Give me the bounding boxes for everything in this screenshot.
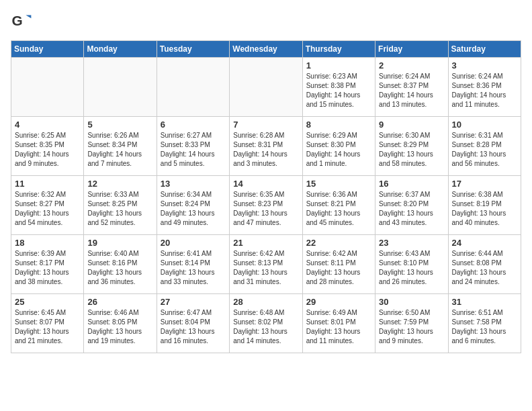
day-number: 1: [306, 60, 371, 71]
calendar-cell: 13Sunrise: 6:34 AM Sunset: 8:24 PM Dayli…: [157, 176, 229, 235]
day-info: Sunrise: 6:33 AM Sunset: 8:25 PM Dayligh…: [87, 190, 152, 228]
svg-marker-1: [26, 15, 31, 18]
day-number: 30: [379, 297, 444, 307]
calendar-week-3: 11Sunrise: 6:32 AM Sunset: 8:27 PM Dayli…: [11, 176, 521, 235]
logo-icon: G: [11, 11, 32, 32]
day-number: 4: [15, 120, 80, 130]
calendar-cell: 16Sunrise: 6:37 AM Sunset: 8:20 PM Dayli…: [375, 176, 448, 235]
svg-text:G: G: [12, 13, 23, 28]
calendar-cell: 8Sunrise: 6:29 AM Sunset: 8:30 PM Daylig…: [302, 117, 375, 176]
calendar-cell: 15Sunrise: 6:36 AM Sunset: 8:21 PM Dayli…: [302, 176, 375, 235]
calendar-header-row: SundayMondayTuesdayWednesdayThursdayFrid…: [11, 41, 521, 58]
day-number: 5: [87, 120, 152, 130]
day-info: Sunrise: 6:29 AM Sunset: 8:30 PM Dayligh…: [306, 131, 371, 169]
day-number: 11: [15, 179, 80, 189]
calendar-cell: 19Sunrise: 6:40 AM Sunset: 8:16 PM Dayli…: [84, 235, 157, 294]
day-number: 9: [379, 120, 444, 130]
day-number: 27: [161, 297, 226, 307]
calendar-cell: 10Sunrise: 6:31 AM Sunset: 8:28 PM Dayli…: [448, 117, 521, 176]
calendar-cell: 23Sunrise: 6:43 AM Sunset: 8:10 PM Dayli…: [375, 235, 448, 294]
weekday-header-friday: Friday: [375, 41, 448, 58]
day-number: 19: [87, 238, 152, 248]
logo: G: [11, 11, 35, 32]
calendar-cell: [230, 58, 302, 117]
day-number: 23: [379, 238, 444, 248]
calendar-cell: 6Sunrise: 6:27 AM Sunset: 8:33 PM Daylig…: [157, 117, 229, 176]
calendar-cell: 29Sunrise: 6:49 AM Sunset: 8:01 PM Dayli…: [302, 294, 375, 353]
day-info: Sunrise: 6:42 AM Sunset: 8:13 PM Dayligh…: [233, 249, 298, 287]
day-info: Sunrise: 6:41 AM Sunset: 8:14 PM Dayligh…: [161, 249, 226, 287]
calendar-cell: 25Sunrise: 6:45 AM Sunset: 8:07 PM Dayli…: [11, 294, 84, 353]
calendar-cell: 26Sunrise: 6:46 AM Sunset: 8:05 PM Dayli…: [84, 294, 157, 353]
weekday-header-wednesday: Wednesday: [230, 41, 302, 58]
calendar-cell: 2Sunrise: 6:24 AM Sunset: 8:37 PM Daylig…: [375, 58, 448, 117]
day-info: Sunrise: 6:39 AM Sunset: 8:17 PM Dayligh…: [15, 249, 80, 287]
calendar-week-5: 25Sunrise: 6:45 AM Sunset: 8:07 PM Dayli…: [11, 294, 521, 353]
day-info: Sunrise: 6:25 AM Sunset: 8:35 PM Dayligh…: [15, 131, 80, 169]
day-info: Sunrise: 6:26 AM Sunset: 8:34 PM Dayligh…: [87, 131, 152, 169]
calendar-cell: 1Sunrise: 6:23 AM Sunset: 8:38 PM Daylig…: [302, 58, 375, 117]
day-info: Sunrise: 6:37 AM Sunset: 8:20 PM Dayligh…: [379, 190, 444, 228]
calendar-cell: 9Sunrise: 6:30 AM Sunset: 8:29 PM Daylig…: [375, 117, 448, 176]
day-number: 28: [233, 297, 298, 307]
day-number: 25: [15, 297, 80, 307]
calendar-cell: 14Sunrise: 6:35 AM Sunset: 8:23 PM Dayli…: [230, 176, 302, 235]
calendar-cell: 30Sunrise: 6:50 AM Sunset: 7:59 PM Dayli…: [375, 294, 448, 353]
weekday-header-thursday: Thursday: [302, 41, 375, 58]
calendar-cell: [157, 58, 229, 117]
day-info: Sunrise: 6:42 AM Sunset: 8:11 PM Dayligh…: [306, 249, 371, 287]
day-info: Sunrise: 6:24 AM Sunset: 8:36 PM Dayligh…: [452, 72, 517, 109]
day-info: Sunrise: 6:34 AM Sunset: 8:24 PM Dayligh…: [161, 190, 226, 228]
day-number: 22: [306, 238, 371, 248]
weekday-header-sunday: Sunday: [11, 41, 84, 58]
calendar-cell: 21Sunrise: 6:42 AM Sunset: 8:13 PM Dayli…: [230, 235, 302, 294]
calendar-cell: 17Sunrise: 6:38 AM Sunset: 8:19 PM Dayli…: [448, 176, 521, 235]
day-number: 12: [87, 179, 152, 189]
day-info: Sunrise: 6:31 AM Sunset: 8:28 PM Dayligh…: [452, 131, 517, 169]
page-header: G: [11, 11, 521, 32]
day-number: 15: [306, 179, 371, 189]
day-number: 21: [233, 238, 298, 248]
calendar-cell: [11, 58, 84, 117]
day-number: 17: [452, 179, 517, 189]
day-number: 31: [452, 297, 517, 307]
day-info: Sunrise: 6:24 AM Sunset: 8:37 PM Dayligh…: [379, 72, 444, 109]
day-info: Sunrise: 6:49 AM Sunset: 8:01 PM Dayligh…: [306, 308, 371, 346]
day-info: Sunrise: 6:40 AM Sunset: 8:16 PM Dayligh…: [87, 249, 152, 287]
calendar-cell: 28Sunrise: 6:48 AM Sunset: 8:02 PM Dayli…: [230, 294, 302, 353]
day-number: 13: [161, 179, 226, 189]
calendar-cell: 22Sunrise: 6:42 AM Sunset: 8:11 PM Dayli…: [302, 235, 375, 294]
day-number: 6: [161, 120, 226, 130]
calendar-cell: 7Sunrise: 6:28 AM Sunset: 8:31 PM Daylig…: [230, 117, 302, 176]
day-number: 14: [233, 179, 298, 189]
calendar-cell: [84, 58, 157, 117]
day-info: Sunrise: 6:32 AM Sunset: 8:27 PM Dayligh…: [15, 190, 80, 228]
calendar-week-4: 18Sunrise: 6:39 AM Sunset: 8:17 PM Dayli…: [11, 235, 521, 294]
day-number: 29: [306, 297, 371, 307]
day-number: 16: [379, 179, 444, 189]
day-info: Sunrise: 6:43 AM Sunset: 8:10 PM Dayligh…: [379, 249, 444, 287]
weekday-header-monday: Monday: [84, 41, 157, 58]
calendar-cell: 3Sunrise: 6:24 AM Sunset: 8:36 PM Daylig…: [448, 58, 521, 117]
day-info: Sunrise: 6:51 AM Sunset: 7:58 PM Dayligh…: [452, 308, 517, 346]
day-info: Sunrise: 6:46 AM Sunset: 8:05 PM Dayligh…: [87, 308, 152, 346]
calendar-table: SundayMondayTuesdayWednesdayThursdayFrid…: [11, 40, 521, 353]
day-info: Sunrise: 6:36 AM Sunset: 8:21 PM Dayligh…: [306, 190, 371, 228]
day-info: Sunrise: 6:23 AM Sunset: 8:38 PM Dayligh…: [306, 72, 371, 109]
day-info: Sunrise: 6:45 AM Sunset: 8:07 PM Dayligh…: [15, 308, 80, 346]
weekday-header-saturday: Saturday: [448, 41, 521, 58]
day-number: 3: [452, 60, 517, 71]
calendar-cell: 4Sunrise: 6:25 AM Sunset: 8:35 PM Daylig…: [11, 117, 84, 176]
day-info: Sunrise: 6:47 AM Sunset: 8:04 PM Dayligh…: [161, 308, 226, 346]
day-number: 24: [452, 238, 517, 248]
day-number: 2: [379, 60, 444, 71]
calendar-cell: 18Sunrise: 6:39 AM Sunset: 8:17 PM Dayli…: [11, 235, 84, 294]
calendar-cell: 12Sunrise: 6:33 AM Sunset: 8:25 PM Dayli…: [84, 176, 157, 235]
weekday-header-tuesday: Tuesday: [157, 41, 229, 58]
day-info: Sunrise: 6:27 AM Sunset: 8:33 PM Dayligh…: [161, 131, 226, 169]
day-info: Sunrise: 6:48 AM Sunset: 8:02 PM Dayligh…: [233, 308, 298, 346]
day-info: Sunrise: 6:50 AM Sunset: 7:59 PM Dayligh…: [379, 308, 444, 346]
day-info: Sunrise: 6:38 AM Sunset: 8:19 PM Dayligh…: [452, 190, 517, 228]
day-number: 26: [87, 297, 152, 307]
calendar-cell: 31Sunrise: 6:51 AM Sunset: 7:58 PM Dayli…: [448, 294, 521, 353]
